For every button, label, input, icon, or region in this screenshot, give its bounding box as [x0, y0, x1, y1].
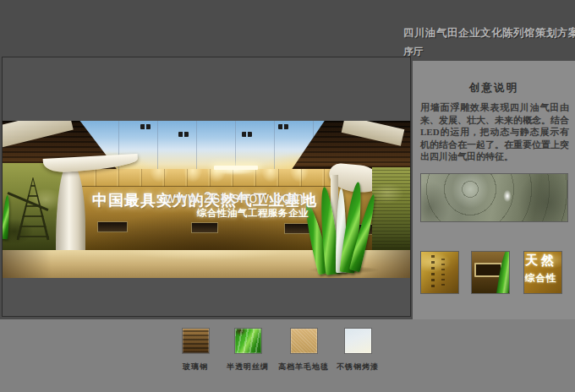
wall-niche — [97, 221, 128, 232]
description-panel: 创意说明 用墙面浮雕效果表现四川油气田由来、发展、壮大、未来的概念。结合LED的… — [413, 61, 575, 324]
light-fixture — [242, 132, 252, 137]
wall-text-closeup-image: 天然 综合性 — [523, 251, 562, 294]
header: 四川油气田企业文化陈列馆策划方案 序厅 — [403, 26, 572, 58]
page-subtitle: 序厅 — [403, 46, 572, 58]
niche-detail — [474, 263, 502, 277]
niche-and-leaf-detail-image — [471, 251, 510, 294]
page-title: 四川油气田企业文化陈列馆策划方案 — [403, 26, 572, 41]
main-render-frame: 中国最具实力的天然气工业基地 综合性油气工程服务企业 www.2st-show.… — [2, 57, 411, 317]
wall-slogan-line2: 综合性油气工程服务企业 — [197, 207, 309, 220]
wall-niche — [191, 222, 218, 233]
fiberglass-swatch — [182, 328, 210, 354]
light-fixture — [178, 132, 189, 137]
panel-body-text: 用墙面浮雕效果表现四川油气田由来、发展、壮大、未来的概念。结合LED的运用，把动… — [420, 101, 569, 163]
material-label: 不锈钢烤漆 — [320, 362, 396, 373]
gold-calligraphy-detail-image — [420, 251, 459, 294]
exhibition-hall-render: 中国最具实力的天然气工业基地 综合性油气工程服务企业 www.2st-show.… — [3, 121, 410, 278]
closeup-text-line2: 综合性 — [525, 272, 557, 285]
stone-relief-detail-image — [420, 173, 568, 222]
silk-swatch — [234, 328, 262, 354]
panel-heading: 创意说明 — [413, 81, 575, 95]
wall-light-slot — [214, 166, 258, 170]
materials-strip: 玻璃钢 半透明丝绸 高档羊毛地毯 不锈钢烤漆 — [0, 319, 575, 392]
closeup-text-line1: 天然 — [525, 253, 557, 269]
stainless-steel-swatch — [344, 328, 372, 354]
wool-carpet-swatch — [290, 328, 318, 354]
material-stainless-steel: 不锈钢烤漆 — [320, 328, 396, 373]
light-fixture — [140, 124, 151, 129]
right-mural — [372, 167, 410, 254]
watermark-text: www.2st-show.com — [165, 189, 304, 207]
light-fixture — [278, 124, 288, 129]
